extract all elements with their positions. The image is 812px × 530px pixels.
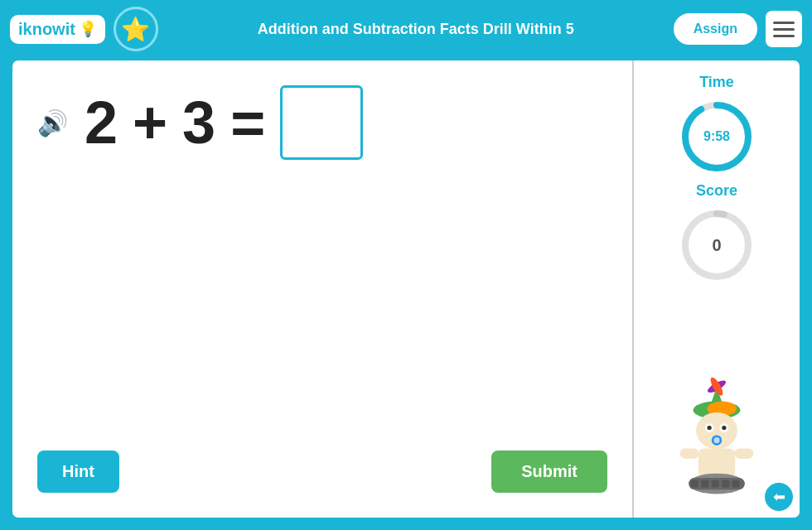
hamburger-line (773, 22, 795, 24)
question-panel: 🔊 2 + 3 = Hint Submit (12, 60, 634, 518)
score-circle: 0 (679, 208, 754, 282)
menu-button[interactable] (766, 11, 802, 47)
svg-point-15 (713, 437, 719, 443)
bottom-buttons: Hint Submit (37, 450, 607, 501)
header: iknowit 💡 ⭐ Addition and Subtraction Fac… (0, 0, 812, 58)
hamburger-line (773, 35, 795, 37)
svg-point-13 (722, 426, 726, 430)
star-badge: ⭐ (114, 7, 158, 51)
question-area: 🔊 2 + 3 = (37, 85, 607, 160)
speaker-icon[interactable]: 🔊 (37, 108, 68, 137)
logo-text: iknowit (18, 20, 75, 39)
timer-circle: 9:58 (679, 99, 754, 174)
score-label: Score (696, 182, 737, 200)
back-button[interactable]: ⬅ (765, 483, 793, 511)
main-area: 🔊 2 + 3 = Hint Submit Time 9:58 (10, 58, 802, 520)
robot-svg (663, 372, 771, 504)
math-expression: 2 + 3 = (85, 85, 363, 160)
score-value: 0 (712, 236, 721, 255)
hamburger-line (773, 28, 795, 31)
equals: = (230, 89, 265, 157)
submit-button[interactable]: Submit (491, 450, 607, 493)
timer-value: 9:58 (703, 129, 730, 144)
operand1: 2 (85, 89, 118, 157)
hint-button[interactable]: Hint (37, 450, 119, 493)
svg-rect-21 (691, 480, 698, 488)
robot-character (663, 291, 771, 504)
lesson-title: Addition and Subtraction Facts Drill Wit… (167, 21, 665, 38)
answer-input-box[interactable] (280, 85, 363, 160)
svg-rect-22 (701, 480, 708, 488)
operator: + (133, 89, 167, 157)
assign-button[interactable]: Assign (674, 13, 757, 45)
svg-rect-17 (680, 448, 699, 458)
operand2: 3 (182, 89, 215, 157)
svg-rect-25 (732, 480, 740, 488)
svg-point-11 (707, 426, 711, 430)
svg-rect-18 (734, 448, 753, 458)
svg-rect-24 (722, 480, 729, 488)
svg-rect-23 (712, 480, 719, 488)
time-label: Time (699, 74, 734, 91)
stats-panel: Time 9:58 Score 0 (634, 60, 800, 518)
back-icon: ⬅ (773, 488, 785, 506)
logo-bulb-icon: 💡 (79, 20, 97, 38)
logo: iknowit 💡 (10, 15, 105, 44)
star-icon: ⭐ (121, 16, 150, 43)
